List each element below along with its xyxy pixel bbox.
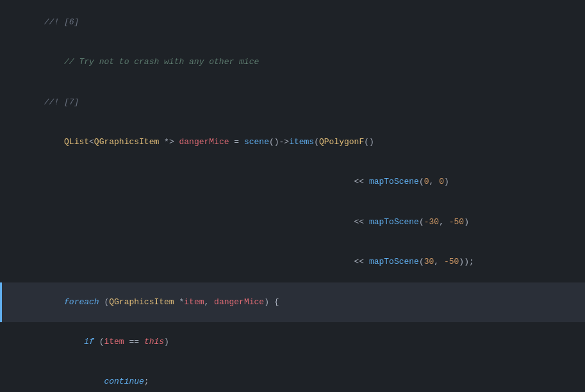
code-line-5: << mapToScene(0, 0) xyxy=(0,163,585,202)
line-content-6: << mapToScene(-30, -50) xyxy=(14,202,577,242)
code-editor: //! [6] // Try not to crash with any oth… xyxy=(0,0,585,392)
code-line-2: // Try not to crash with any other mice xyxy=(0,42,585,82)
line-content-1: //! [6] xyxy=(14,3,577,42)
line-content-8: foreach (QGraphicsItem *item, dangerMice… xyxy=(14,282,577,322)
code-line-6: << mapToScene(-30, -50) xyxy=(0,202,585,242)
line-content-7: << mapToScene(30, -50)); xyxy=(14,242,577,282)
line-content-2: // Try not to crash with any other mice xyxy=(14,42,577,82)
code-line-7: << mapToScene(30, -50)); xyxy=(0,242,585,282)
code-line-1: //! [6] xyxy=(0,3,585,42)
left-border-marker xyxy=(0,282,2,322)
line-content-10: continue; xyxy=(14,363,577,392)
code-line-10: continue; xyxy=(0,363,585,392)
line-content-3: //! [7] xyxy=(14,83,577,122)
code-line-8: foreach (QGraphicsItem *item, dangerMice… xyxy=(0,282,585,322)
code-line-3: //! [7] xyxy=(0,83,585,122)
line-content-9: if (item == this) xyxy=(14,322,577,362)
line-content-4: QList<QGraphicsItem *> dangerMice = scen… xyxy=(14,122,577,162)
code-line-4: QList<QGraphicsItem *> dangerMice = scen… xyxy=(0,122,585,162)
line-content-5: << mapToScene(0, 0) xyxy=(14,163,577,202)
code-line-9: if (item == this) xyxy=(0,322,585,362)
